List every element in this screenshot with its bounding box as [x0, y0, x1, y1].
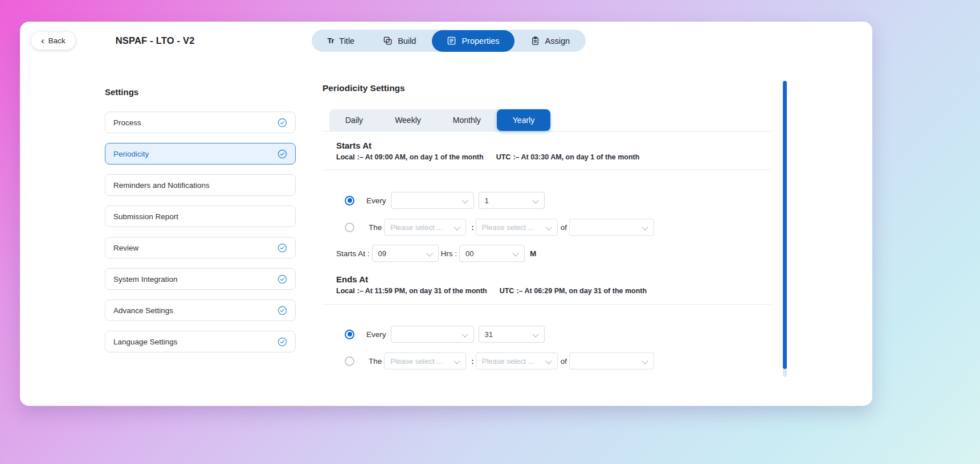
- sidebar-item-label: Advance Settings: [113, 306, 173, 315]
- starts-the-month-select[interactable]: [569, 219, 654, 236]
- check-circle-icon: [277, 274, 287, 284]
- divider: [322, 131, 771, 132]
- tab-title-label: Title: [339, 36, 354, 46]
- select-value: 09: [378, 249, 386, 258]
- sidebar-item-advance-settings[interactable]: Advance Settings: [105, 299, 296, 321]
- of-label: of: [561, 357, 567, 366]
- ends-every-radio[interactable]: [345, 330, 354, 339]
- select-placeholder: Please select ...: [482, 223, 534, 232]
- header: ‹ Back NSPAF - LTO - V2 Tr Title Build: [20, 22, 872, 51]
- local-value: :– At 09:00 AM, on day 1 of the month: [357, 153, 484, 161]
- minute-suffix-label: M: [530, 249, 536, 258]
- select-value: 31: [485, 330, 493, 339]
- periodicity-settings-panel: Periodicity Settings Daily Weekly Monthl…: [322, 81, 771, 377]
- starts-minute-select[interactable]: 00: [459, 245, 525, 262]
- starts-every-month-select[interactable]: [391, 192, 474, 209]
- ends-the-radio[interactable]: [345, 356, 354, 366]
- every-label: Every: [366, 330, 386, 339]
- check-circle-icon: [277, 149, 287, 159]
- starts-hour-select[interactable]: 09: [372, 245, 439, 262]
- colon-separator: :: [471, 223, 474, 232]
- back-label: Back: [48, 36, 66, 45]
- utc-value: :– At 03:30 AM, on day 1 of the month: [513, 153, 639, 161]
- sidebar-item-label: Review: [113, 244, 138, 252]
- back-chevron-icon: ‹: [41, 36, 44, 46]
- tab-build-label: Build: [398, 36, 416, 46]
- divider: [322, 304, 771, 305]
- sidebar-item-process[interactable]: Process: [105, 112, 296, 133]
- panel-title: Periodicity Settings: [322, 83, 771, 93]
- period-tab-monthly[interactable]: Monthly: [437, 109, 497, 131]
- sidebar-item-label: Process: [113, 118, 141, 127]
- scrollbar-track[interactable]: [783, 81, 787, 377]
- starts-the-radio[interactable]: [345, 223, 354, 232]
- tab-assign[interactable]: Assign: [518, 32, 583, 50]
- select-placeholder: Please select ...: [482, 357, 534, 366]
- starts-at-summary: Local:– At 09:00 AM, on day 1 of the mon…: [336, 153, 771, 161]
- starts-the-weekday-select[interactable]: Please select ...: [476, 219, 558, 236]
- divider: [322, 170, 771, 170]
- header-tab-group: Tr Title Build Properties: [312, 30, 586, 52]
- ends-the-row: The Please select ... : Please select ..…: [322, 352, 771, 369]
- period-tab-weekly[interactable]: Weekly: [379, 109, 437, 131]
- sidebar-heading: Settings: [105, 87, 296, 97]
- check-circle-icon: [277, 118, 287, 128]
- starts-every-row: Every 1: [322, 192, 771, 209]
- starts-every-day-select[interactable]: 1: [479, 192, 545, 209]
- check-circle-icon: [277, 306, 287, 315]
- utc-label: UTC: [500, 287, 514, 295]
- tab-properties[interactable]: Properties: [432, 30, 514, 52]
- ends-every-day-select[interactable]: 31: [479, 326, 545, 343]
- sidebar-item-periodicity[interactable]: Periodicity: [105, 143, 296, 165]
- ends-the-month-select[interactable]: [569, 352, 654, 369]
- sidebar-item-system-integration[interactable]: System Integration: [105, 268, 296, 290]
- ends-the-weekday-select[interactable]: Please select ...: [476, 352, 558, 369]
- period-tab-daily[interactable]: Daily: [329, 109, 379, 131]
- ends-at-summary: Local:– At 11:59 PM, on day 31 of the mo…: [336, 287, 771, 295]
- sidebar-item-reminders-and-notifications[interactable]: Reminders and Notifications: [105, 174, 296, 196]
- local-label: Local: [336, 153, 355, 161]
- sidebar-item-language-settings[interactable]: Language Settings: [105, 331, 296, 352]
- build-icon: [383, 36, 393, 46]
- back-button[interactable]: ‹ Back: [31, 32, 75, 50]
- sidebar-item-label: System Integration: [113, 275, 178, 284]
- assign-icon: [530, 36, 540, 46]
- starts-time-row: Starts At : 09 Hrs : 00 M: [322, 245, 771, 262]
- ends-every-row: Every 31: [322, 326, 771, 343]
- select-placeholder: Please select ...: [390, 223, 443, 232]
- select-value: 1: [485, 196, 489, 205]
- ends-every-month-select[interactable]: [391, 326, 474, 343]
- starts-the-row: The Please select ... : Please select ..…: [322, 219, 771, 236]
- select-placeholder: Please select ...: [390, 357, 443, 366]
- properties-icon: [447, 36, 456, 46]
- sidebar-item-submission-report[interactable]: Submission Report: [105, 206, 296, 227]
- sidebar-item-review[interactable]: Review: [105, 237, 296, 258]
- period-tab-yearly[interactable]: Yearly: [497, 109, 550, 131]
- page-title: NSPAF - LTO - V2: [116, 35, 195, 46]
- sidebar-item-label: Submission Report: [113, 212, 178, 221]
- sidebar-item-label: Reminders and Notifications: [113, 181, 210, 190]
- ends-at-heading: Ends At: [336, 274, 771, 284]
- period-tab-bar: Daily Weekly Monthly Yearly: [329, 109, 550, 131]
- starts-the-ordinal-select[interactable]: Please select ...: [384, 219, 466, 236]
- check-circle-icon: [277, 243, 287, 253]
- every-label: Every: [366, 196, 386, 205]
- app-window: ‹ Back NSPAF - LTO - V2 Tr Title Build: [20, 22, 872, 406]
- starts-every-radio[interactable]: [345, 196, 354, 206]
- title-icon: Tr: [328, 36, 334, 45]
- scrollbar-thumb[interactable]: [783, 81, 787, 369]
- tab-assign-label: Assign: [545, 36, 570, 46]
- local-value: :– At 11:59 PM, on day 31 of the month: [357, 287, 487, 295]
- tab-title[interactable]: Tr Title: [315, 32, 368, 50]
- starts-at-time-label: Starts At :: [336, 249, 370, 258]
- check-circle-icon: [277, 337, 287, 347]
- settings-sidebar: Settings Process Periodicity Reminders a…: [105, 87, 296, 362]
- colon-separator: :: [471, 357, 474, 366]
- ends-the-ordinal-select[interactable]: Please select ...: [384, 352, 466, 369]
- starts-at-heading: Starts At: [336, 141, 771, 150]
- the-label: The: [369, 357, 382, 366]
- hrs-label: Hrs :: [441, 249, 458, 258]
- tab-build[interactable]: Build: [370, 32, 428, 50]
- local-label: Local: [336, 287, 355, 295]
- tab-properties-label: Properties: [462, 36, 499, 46]
